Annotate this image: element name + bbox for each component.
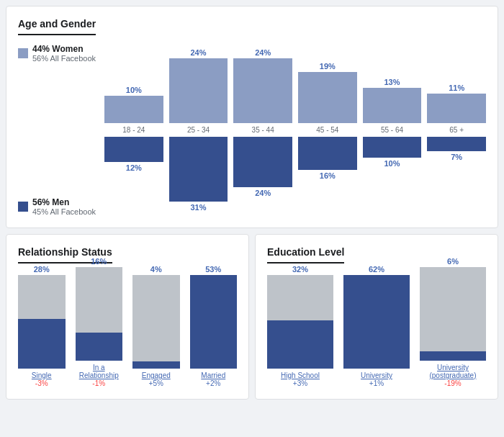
edu-pct-label: 6% (447, 257, 459, 266)
rel-cat-label[interactable]: Single (32, 371, 52, 379)
age-group-3: 19% 45 - 54 16% (298, 44, 357, 216)
men-bar-area: 10% (363, 137, 422, 216)
women-bar-fill (363, 88, 422, 123)
edu-bar-inner (420, 351, 486, 361)
men-legend: 56% Men 45% All Facebook (18, 197, 97, 216)
edu-diff-label: -19% (444, 379, 461, 387)
rel-cat-label[interactable]: Married (201, 371, 225, 379)
men-bar-bg (298, 137, 357, 170)
women-bar-bg (298, 72, 357, 123)
women-bar-fill (298, 72, 357, 123)
women-bar-fill (104, 96, 163, 123)
women-bar-bg (363, 88, 422, 123)
edu-bar-outer (420, 267, 486, 361)
women-bar-area: 10% (104, 44, 163, 123)
edu-cat-label[interactable]: University (361, 371, 392, 379)
women-pct-label: 13% (384, 78, 400, 86)
women-pct-label: 10% (126, 86, 142, 94)
women-bar-fill (427, 94, 486, 123)
women-bar-bg (104, 96, 163, 123)
men-bar-fill (169, 137, 228, 202)
rel-pct-label: 28% (34, 265, 50, 274)
women-bar-area: 24% (169, 44, 228, 123)
age-label: 65 + (449, 126, 464, 134)
rel-diff-label: +5% (149, 379, 163, 387)
rel-bar-outer (190, 275, 238, 369)
women-pct-label: 24% (255, 48, 271, 57)
rel-bar-inner (76, 333, 123, 361)
age-label: 35 - 44 (252, 126, 274, 134)
edu-cat-label[interactable]: High School (281, 371, 320, 379)
women-bar-fill (169, 58, 228, 123)
age-label: 25 - 34 (187, 126, 210, 134)
men-bar-fill (104, 137, 163, 162)
age-gender-chart: 44% Women 56% All Facebook 56% Men 45% A… (18, 44, 486, 216)
men-bar-bg (104, 137, 163, 162)
rel-cat-label[interactable]: Engaged (142, 371, 171, 379)
men-bar-fill (298, 137, 357, 170)
women-pct-label: 24% (190, 48, 206, 57)
men-pct-label: 12% (126, 163, 142, 172)
edu-bar-inner (267, 320, 333, 369)
women-bar-bg (169, 58, 228, 123)
age-label: 55 - 64 (381, 126, 403, 134)
rel-diff-label: -3% (35, 379, 48, 387)
age-bars-container: 10% 18 - 24 12% 24% 25 - 34 31% (104, 44, 486, 216)
edu-diff-label: +3% (293, 379, 307, 387)
women-legend-box (18, 48, 28, 58)
rel-bar-inner (190, 275, 238, 369)
women-bar-area: 24% (233, 44, 292, 123)
legend-column: 44% Women 56% All Facebook 56% Men 45% A… (18, 44, 104, 216)
men-pct-label: 10% (384, 159, 400, 168)
education-title: Education Level (267, 246, 344, 263)
rel-pct-label: 53% (205, 265, 221, 274)
age-gender-card: Age and Gender 44% Women 56% All Faceboo… (6, 6, 498, 228)
edu-bar-0: 32% High School +3% (267, 265, 333, 387)
men-pct-label: 24% (255, 189, 271, 197)
edu-bar-2: 6% University (postgraduate) -19% (420, 257, 486, 387)
age-gender-title: Age and Gender (18, 18, 96, 35)
edu-bar-outer (343, 275, 410, 369)
women-pct-label: 11% (449, 84, 464, 92)
rel-pct-label: 16% (91, 257, 107, 266)
edu-bar-inner (343, 275, 410, 369)
women-bar-area: 11% (427, 44, 486, 123)
edu-pct-label: 32% (292, 265, 308, 274)
men-bar-fill (363, 137, 422, 158)
rel-bar-outer (132, 275, 180, 369)
men-legend-box (18, 202, 28, 212)
rel-cat-label[interactable]: In a Relationship (76, 364, 123, 379)
edu-bar-1: 62% University +1% (343, 265, 410, 387)
men-bar-area: 16% (298, 137, 357, 216)
men-bar-bg (363, 137, 422, 158)
edu-cat-label[interactable]: University (postgraduate) (420, 364, 486, 379)
rel-bar-3: 53% Married +2% (190, 265, 238, 387)
age-group-2: 24% 35 - 44 24% (233, 44, 292, 216)
women-bar-bg (427, 94, 486, 123)
rel-diff-label: -1% (92, 379, 105, 387)
men-legend-text: 56% Men 45% All Facebook (32, 197, 96, 216)
women-bar-area: 19% (298, 44, 357, 123)
age-group-1: 24% 25 - 34 31% (169, 44, 228, 216)
rel-pct-label: 4% (150, 265, 162, 274)
men-bar-area: 31% (169, 137, 228, 216)
education-chart: 32% High School +3% 62% University +1% 6… (267, 272, 486, 387)
age-group-0: 10% 18 - 24 12% (104, 44, 163, 216)
edu-bar-outer (267, 275, 333, 369)
men-bar-bg (233, 137, 292, 187)
men-bar-area: 7% (427, 137, 486, 216)
men-bar-fill (233, 137, 292, 187)
men-pct-label: 7% (451, 153, 462, 161)
edu-diff-label: +1% (369, 379, 384, 387)
rel-bar-1: 16% In a Relationship -1% (76, 257, 123, 387)
rel-bar-inner (132, 361, 180, 369)
women-bar-fill (233, 58, 292, 123)
women-legend: 44% Women 56% All Facebook (18, 44, 97, 63)
men-pct-label: 16% (320, 171, 336, 180)
women-legend-text: 44% Women 56% All Facebook (32, 44, 96, 63)
men-pct-label: 31% (190, 203, 206, 212)
men-bar-area: 24% (233, 137, 292, 216)
education-card: Education Level 32% High School +3% 62% … (255, 234, 498, 400)
men-bar-fill (427, 137, 486, 151)
relationship-card: Relationship Status 28% Single -3% 16% I… (6, 234, 249, 400)
